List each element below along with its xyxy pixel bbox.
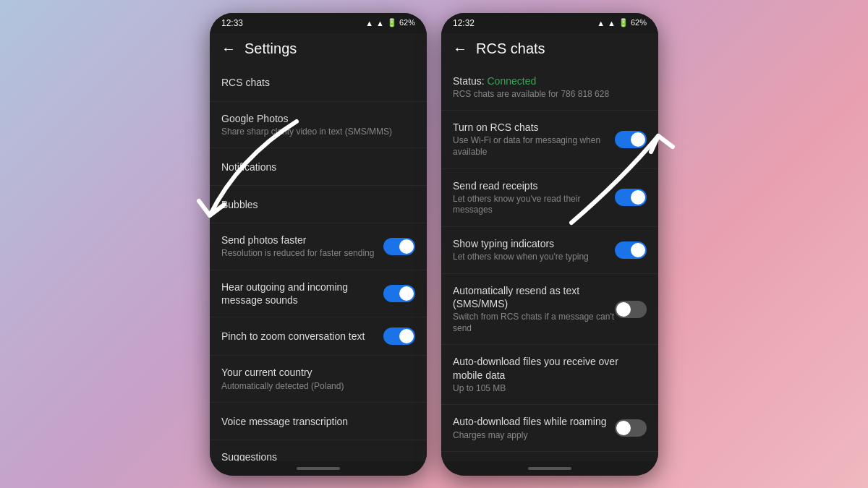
battery-2: 🔋 62% <box>618 18 647 27</box>
auto-resend-toggle[interactable] <box>615 301 647 318</box>
signal-icon-2: ▲ <box>597 19 605 27</box>
back-button-2[interactable]: ← <box>453 40 467 57</box>
nav-indicator-2 <box>528 467 571 470</box>
list-item[interactable]: Your current country Automatically detec… <box>210 356 427 403</box>
time-2: 12:32 <box>453 18 475 28</box>
google-photos-label: Google Photos <box>221 112 415 125</box>
rcs-chats-label: RCS chats <box>221 76 415 89</box>
status-item: Status: Connected RCS chats are availabl… <box>441 64 658 111</box>
country-label: Your current country <box>221 366 415 379</box>
phone1: 12:33 ▲ ▲ 🔋 62% ← Settings RCS chats Goo… <box>210 13 427 476</box>
list-item[interactable]: Show typing indicators Let others know w… <box>441 227 658 274</box>
send-photos-sub: Resolution is reduced for faster sending <box>221 248 383 260</box>
sounds-toggle[interactable] <box>383 285 415 302</box>
turn-on-rcs-label: Turn on RCS chats <box>453 121 615 134</box>
auto-resend-sub: Switch from RCS chats if a message can't… <box>453 312 615 334</box>
battery-1: 🔋 62% <box>387 18 415 27</box>
settings-list-1[interactable]: RCS chats Google Photos Share sharp clar… <box>210 64 427 461</box>
bubbles-label: Bubbles <box>221 198 415 211</box>
list-item[interactable]: Hear outgoing and incoming message sound… <box>210 270 427 317</box>
auto-download-mobile-label: Auto-download files you receive over mob… <box>453 355 647 381</box>
wifi-icon-1: ▲ <box>376 19 384 27</box>
notifications-label: Notifications <box>221 160 415 174</box>
phone2: 12:32 ▲ ▲ 🔋 62% ← RCS chats Status: Conn… <box>441 13 658 476</box>
send-photos-toggle[interactable] <box>383 238 415 255</box>
wifi-icon-2: ▲ <box>608 19 616 27</box>
auto-resend-label: Automatically resend as text (SMS/MMS) <box>453 284 615 310</box>
status-row: Status: Connected <box>453 74 647 87</box>
status-label: Status: <box>453 75 485 87</box>
top-bar-1: ← Settings <box>210 33 427 64</box>
rcs-list[interactable]: Status: Connected RCS chats are availabl… <box>441 64 658 461</box>
typing-indicators-toggle[interactable] <box>615 241 647 259</box>
list-item[interactable]: Send read receipts Let others know you'v… <box>441 169 658 227</box>
status-icons-2: ▲ ▲ 🔋 62% <box>597 18 647 27</box>
turn-on-rcs-sub: Use Wi-Fi or data for messaging when ava… <box>453 135 615 158</box>
voice-label: Voice message transcription <box>221 415 415 428</box>
list-item[interactable]: Notifications <box>210 148 427 186</box>
list-item[interactable]: Google Photos Share sharp clarity video … <box>210 102 427 149</box>
typing-indicators-label: Show typing indicators <box>453 237 615 250</box>
read-receipts-toggle[interactable] <box>615 189 647 206</box>
typing-indicators-sub: Let others know when you're typing <box>453 252 615 263</box>
pinch-zoom-label: Pinch to zoom conversation text <box>221 330 383 343</box>
status-bar-2: 12:32 ▲ ▲ 🔋 62% <box>441 13 658 33</box>
status-bar-1: 12:33 ▲ ▲ 🔋 62% <box>210 13 427 33</box>
list-item[interactable]: RCS chats <box>210 64 427 102</box>
list-item[interactable]: Pinch to zoom conversation text <box>210 317 427 356</box>
list-item[interactable]: Learn more about RCS chats <box>441 452 658 461</box>
status-number: RCS chats are available for 786 818 628 <box>453 89 647 100</box>
signal-icon-1: ▲ <box>365 19 373 27</box>
nav-bar-2 <box>441 461 658 476</box>
nav-bar-1 <box>210 461 427 476</box>
send-photos-label: Send photos faster <box>221 234 383 247</box>
auto-download-mobile-sub: Up to 105 MB <box>453 383 647 395</box>
pinch-zoom-toggle[interactable] <box>383 328 415 345</box>
suggestions-label: Suggestions <box>221 450 415 461</box>
back-button-1[interactable]: ← <box>221 40 236 57</box>
google-photos-sub: Share sharp clarity video in text (SMS/M… <box>221 127 415 138</box>
time-1: 12:33 <box>221 18 243 28</box>
status-value: Connected <box>487 75 536 87</box>
nav-indicator-1 <box>297 467 340 470</box>
turn-on-rcs-toggle[interactable] <box>615 131 647 148</box>
list-item[interactable]: Turn on RCS chats Use Wi-Fi or data for … <box>441 111 658 168</box>
screen-title-2: RCS chats <box>476 40 545 57</box>
list-item[interactable]: Send photos faster Resolution is reduced… <box>210 223 427 270</box>
auto-download-roaming-toggle[interactable] <box>615 419 647 437</box>
list-item[interactable]: Bubbles <box>210 186 427 223</box>
list-item[interactable]: Auto-download files while roaming Charge… <box>441 405 658 452</box>
top-bar-2: ← RCS chats <box>441 33 658 64</box>
status-icons-1: ▲ ▲ 🔋 62% <box>365 18 415 27</box>
phone1-container: 12:33 ▲ ▲ 🔋 62% ← Settings RCS chats Goo… <box>210 13 427 476</box>
phone2-container: 12:32 ▲ ▲ 🔋 62% ← RCS chats Status: Conn… <box>441 13 658 476</box>
auto-download-roaming-sub: Charges may apply <box>453 430 615 442</box>
list-item[interactable]: Automatically resend as text (SMS/MMS) S… <box>441 274 658 346</box>
list-item[interactable]: Suggestions Smart Reply, suggested actio… <box>210 440 427 461</box>
list-item[interactable]: Auto-download files you receive over mob… <box>441 345 658 405</box>
screen-title-1: Settings <box>244 40 297 57</box>
country-sub: Automatically detected (Poland) <box>221 381 415 393</box>
list-item[interactable]: Voice message transcription <box>210 403 427 440</box>
read-receipts-sub: Let others know you've read their messag… <box>453 194 615 216</box>
auto-download-roaming-label: Auto-download files while roaming <box>453 415 615 428</box>
read-receipts-label: Send read receipts <box>453 179 615 192</box>
sounds-label: Hear outgoing and incoming message sound… <box>221 281 383 307</box>
